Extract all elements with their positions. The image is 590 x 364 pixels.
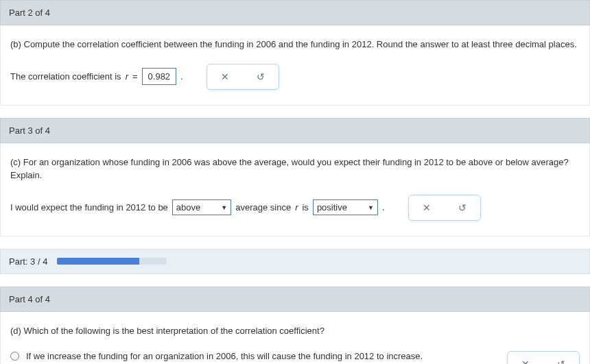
period: . xyxy=(382,202,385,213)
part3-action-box: ✕ ↺ xyxy=(408,195,481,221)
part2-question: (b) Compute the correlation coefficient … xyxy=(10,38,580,51)
progress-fill xyxy=(57,258,139,265)
part3-body: (c) For an organization whose funding in… xyxy=(0,143,590,236)
progress-track xyxy=(57,258,167,265)
select2-value: positive xyxy=(317,202,347,213)
close-icon[interactable]: ✕ xyxy=(521,359,530,364)
correlation-input[interactable]: 0.982 xyxy=(142,68,177,85)
part2-header: Part 2 of 4 xyxy=(0,0,590,25)
part2-answer-line: The correlation coefficient is r = 0.982… xyxy=(10,64,580,90)
radio-input[interactable] xyxy=(10,352,19,361)
part3-answer-prefix: I would expect the funding in 2012 to be xyxy=(10,202,168,213)
reset-icon[interactable]: ↺ xyxy=(557,359,565,364)
part3-answer-line: I would expect the funding in 2012 to be… xyxy=(10,195,580,221)
radio-option[interactable]: If we increase the funding for an organi… xyxy=(10,350,494,363)
positive-negative-select[interactable]: positive ▼ xyxy=(313,199,378,215)
part4-action-box: ✕ ↺ xyxy=(507,351,580,364)
reset-icon[interactable]: ↺ xyxy=(458,202,467,213)
progress-label: Part: 3 / 4 xyxy=(9,256,47,267)
close-icon[interactable]: ✕ xyxy=(423,202,431,213)
mid-text: average since xyxy=(235,202,291,213)
part4-question: (d) Which of the following is the best i… xyxy=(10,324,580,338)
part4-options: If we increase the funding for an organi… xyxy=(10,350,500,364)
chevron-down-icon: ▼ xyxy=(368,204,374,211)
radio-label: If we increase the funding for an organi… xyxy=(26,350,423,363)
r-symbol: r xyxy=(126,71,128,82)
reset-icon[interactable]: ↺ xyxy=(257,71,265,82)
part4-header: Part 4 of 4 xyxy=(0,287,590,312)
r-symbol: r xyxy=(295,202,298,213)
above-below-select[interactable]: above ▼ xyxy=(172,199,231,215)
part2-body: (b) Compute the correlation coefficient … xyxy=(0,25,590,106)
close-icon[interactable]: ✕ xyxy=(221,71,229,82)
chevron-down-icon: ▼ xyxy=(221,204,227,211)
equals-text: = xyxy=(132,71,138,82)
part3-question: (c) For an organization whose funding in… xyxy=(10,156,580,182)
period: . xyxy=(180,71,183,82)
part2-answer-prefix: The correlation coefficient is xyxy=(10,71,121,82)
progress-row: Part: 3 / 4 xyxy=(0,249,590,274)
is-text: is xyxy=(302,202,308,213)
part2-action-box: ✕ ↺ xyxy=(206,64,279,90)
select1-value: above xyxy=(176,202,200,213)
part3-header: Part 3 of 4 xyxy=(0,118,590,143)
part4-body: (d) Which of the following is the best i… xyxy=(0,312,590,365)
